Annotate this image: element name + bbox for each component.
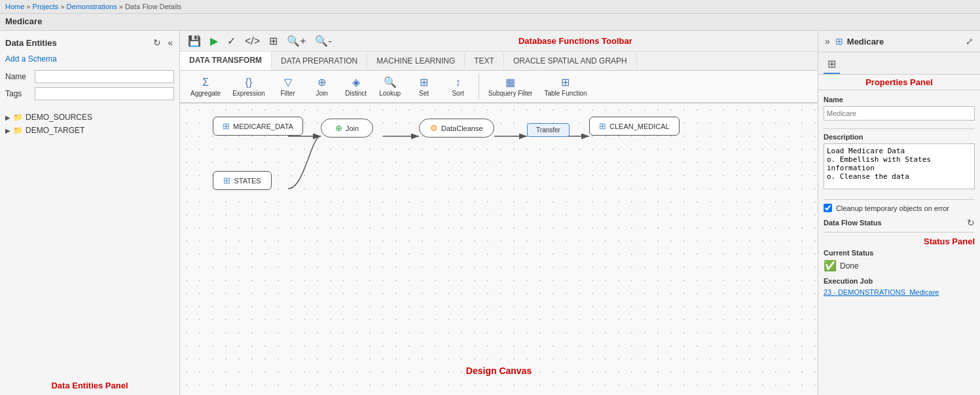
tree-item-demo-target[interactable]: ▶ 📁 DEMO_TARGET [5, 124, 174, 137]
canvas-label: Design Canvas [466, 366, 532, 376]
medicare-data-label: MEDICARE_DATA [233, 122, 293, 130]
left-panel-header: Data Entities ↻ « [5, 36, 174, 49]
tool-distinct[interactable]: ◈ Distinct [340, 73, 372, 100]
expand-left-button[interactable]: » [824, 35, 831, 48]
validate-button[interactable]: ✓ [225, 33, 238, 48]
description-section: Description Load Medicare Data o. Embell… [824, 133, 975, 191]
properties-title: Properties Panel [818, 75, 980, 90]
datacleanse-icon: ⚙ [430, 123, 438, 133]
join-label: Join [346, 124, 359, 132]
node-clean-medical[interactable]: ⊞ CLEAN_MEDICAL [589, 117, 680, 136]
tool-filter[interactable]: ▽ Filter [272, 73, 304, 100]
transfer-label: Transfer [536, 126, 560, 134]
distinct-icon: ◈ [352, 76, 360, 88]
tree-arrow-sources: ▶ [5, 114, 10, 121]
tab-machine-learning[interactable]: MACHINE LEARNING [367, 52, 465, 69]
medicare-data-icon: ⊞ [223, 121, 230, 131]
toolbar-top: 💾 ▶ ✓ </> ⊞ 🔍+ 🔍- Database Functions Too… [180, 31, 818, 52]
prop-description-label: Description [824, 133, 975, 141]
tab-oracle-spatial[interactable]: ORACLE SPATIAL AND GRAPH [504, 52, 637, 69]
tags-field-row: Tags [5, 87, 174, 100]
status-refresh-button[interactable]: ↻ [967, 217, 975, 228]
folder-icon-sources: 📁 [13, 113, 23, 122]
tool-expression[interactable]: {} Expression [227, 74, 270, 100]
prop-name-input[interactable] [824, 106, 975, 121]
zoom-in-button[interactable]: 🔍+ [284, 33, 308, 48]
filter-icon: ▽ [284, 76, 292, 88]
center-panel: 💾 ▶ ✓ </> ⊞ 🔍+ 🔍- Database Functions Too… [180, 31, 818, 395]
cleanup-checkbox-row: Cleanup temporary objects on error [824, 204, 975, 212]
status-label: Data Flow Status [824, 219, 882, 227]
lookup-icon: 🔍 [384, 76, 397, 88]
refresh-button[interactable]: ↻ [152, 36, 162, 49]
tool-sort[interactable]: ↕ Sort [442, 74, 475, 100]
toolbar-tabs: DATA TRANSFORM DATA PREPARATION MACHINE … [180, 52, 818, 71]
node-datacleanse[interactable]: ⚙ DataCleanse [419, 119, 494, 138]
tool-lookup[interactable]: 🔍 Lookup [374, 73, 407, 100]
expression-icon: {} [245, 77, 253, 88]
tool-separator [479, 73, 479, 100]
home-link[interactable]: Home [5, 3, 24, 10]
execution-job-link[interactable]: 23 - DEMONSTRATIONS_Medicare [824, 288, 939, 296]
tree-label-sources: DEMO_SOURCES [26, 113, 92, 122]
collapse-button[interactable]: « [166, 36, 174, 49]
name-label: Name [5, 72, 35, 81]
node-states[interactable]: ⊞ STATES [213, 171, 272, 190]
status-done-row: ✅ Done [824, 259, 975, 272]
tool-set[interactable]: ⊞ Set [408, 73, 441, 100]
node-transfer[interactable]: Transfer [527, 123, 570, 137]
toolbar-items: Σ Aggregate {} Expression ▽ Filter ⊕ Joi… [180, 71, 818, 103]
tree-item-demo-sources[interactable]: ▶ 📁 DEMO_SOURCES [5, 111, 174, 124]
tab-text[interactable]: TEXT [465, 52, 504, 69]
execution-job-label: Execution Job [824, 277, 975, 285]
save-button[interactable]: 💾 [185, 33, 204, 48]
folder-icon-target: 📁 [13, 126, 23, 135]
code-button[interactable]: </> [242, 34, 263, 48]
tool-distinct-label: Distinct [345, 90, 367, 97]
tool-subquery-filter[interactable]: ▦ Subquery Filter [483, 73, 538, 100]
divider-3 [824, 232, 975, 233]
name-input[interactable] [35, 70, 174, 83]
prop-description-textarea[interactable]: Load Medicare Data o. Embellish with Sta… [824, 143, 975, 189]
breadcrumb: Home » Projects » Demonstrations » Data … [0, 0, 980, 14]
tab-data-preparation[interactable]: DATA PREPARATION [272, 52, 367, 69]
divider-2 [824, 199, 975, 200]
subquery-filter-icon: ▦ [505, 76, 515, 88]
tags-label: Tags [5, 89, 35, 98]
join-node-icon: ⊕ [335, 123, 342, 133]
divider-1 [824, 128, 975, 129]
tool-aggregate[interactable]: Σ Aggregate [185, 74, 226, 100]
expand-button[interactable]: ⤢ [964, 35, 975, 48]
sort-icon: ↕ [456, 77, 461, 88]
properties-tab[interactable]: ⊞ [824, 55, 840, 74]
select-button[interactable]: ⊞ [266, 33, 280, 48]
tool-subquery-filter-label: Subquery Filter [488, 90, 533, 97]
panel-table-icon: ⊞ [835, 36, 843, 47]
tree-label-target: DEMO_TARGET [26, 126, 84, 135]
prop-name-label: Name [824, 96, 975, 103]
tags-input[interactable] [35, 87, 174, 100]
tool-join-label: Join [316, 90, 327, 97]
tool-join[interactable]: ⊕ Join [306, 73, 338, 100]
aggregate-icon: Σ [202, 77, 209, 88]
left-panel-icons: ↻ « [152, 36, 174, 49]
add-schema-link[interactable]: Add a Schema [5, 54, 174, 64]
tool-table-function-label: Table Function [544, 90, 587, 97]
tool-table-function[interactable]: ⊞ Table Function [539, 73, 592, 100]
datacleanse-label: DataCleanse [441, 124, 483, 132]
states-icon: ⊞ [223, 176, 230, 185]
data-entities-panel-label: Data Entities Panel [5, 367, 174, 390]
tool-expression-label: Expression [232, 90, 264, 97]
tool-filter-label: Filter [281, 90, 295, 97]
node-join[interactable]: ⊕ Join [321, 119, 373, 138]
node-medicare-data[interactable]: ⊞ MEDICARE_DATA [213, 117, 303, 136]
projects-link[interactable]: Projects [33, 3, 59, 10]
left-panel-title: Data Entities [5, 38, 57, 48]
demonstrations-link[interactable]: Demonstrations [67, 3, 117, 10]
tool-set-label: Set [419, 90, 429, 97]
run-button[interactable]: ▶ [208, 33, 221, 48]
zoom-out-button[interactable]: 🔍- [312, 33, 334, 48]
cleanup-checkbox[interactable] [824, 204, 832, 212]
tab-data-transform[interactable]: DATA TRANSFORM [180, 52, 272, 70]
right-panel-header: » ⊞ Medicare ⤢ [818, 31, 980, 52]
